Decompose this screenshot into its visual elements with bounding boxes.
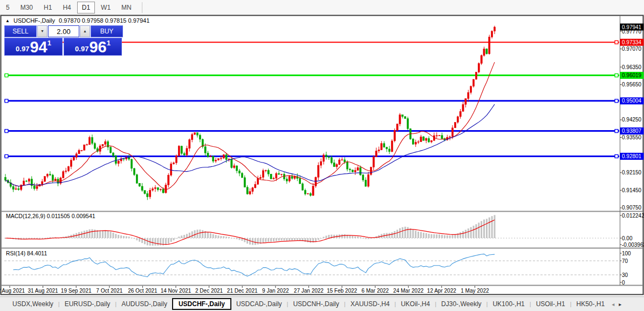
tab-hk50-h1[interactable]: HK50-,H1 (572, 299, 610, 309)
trading-terminal: 5M30H1H4D1W1MN 0.977700.970700.963500.95… (0, 0, 644, 311)
svg-text:12 Aug 2021: 12 Aug 2021 (0, 288, 25, 294)
tab-eurusd-daily[interactable]: EURUSD-,Daily (60, 299, 115, 309)
sell-price-display[interactable]: 0.97 94 1 (4, 38, 63, 56)
tab-xauusd-h4[interactable]: XAUUSD-,H4 (346, 299, 395, 309)
tab-uk100-h1[interactable]: UK100-,H1 (488, 299, 529, 309)
timeframe-button-d1[interactable]: D1 (77, 2, 95, 13)
svg-text:26 Oct 2021: 26 Oct 2021 (128, 288, 157, 294)
spin-up-icon: ▲ (83, 29, 87, 33)
buy-price-display[interactable]: 0.97 96 1 (64, 38, 122, 56)
svg-text:0.97334: 0.97334 (622, 39, 642, 45)
svg-text:2 Dec 2021: 2 Dec 2021 (195, 288, 223, 294)
svg-text:0.00: 0.00 (622, 235, 633, 241)
svg-text:12 Apr 2022: 12 Apr 2022 (427, 288, 456, 294)
timeframe-toolbar: 5M30H1H4D1W1MN (0, 0, 644, 15)
timeframe-button-w1[interactable]: W1 (96, 2, 115, 13)
svg-text:6 Mar 2022: 6 Mar 2022 (361, 288, 389, 294)
tab-usdcnh-daily[interactable]: USDCNH-,Daily (288, 299, 344, 309)
svg-text:RSI(14) 84.4011: RSI(14) 84.4011 (6, 250, 47, 256)
svg-text:-0.003963: -0.003963 (622, 242, 644, 248)
chart-tab-bar: USDX,Weekly|EURUSD-,Daily|AUDUSD-,DailyU… (0, 296, 644, 311)
sell-price-pip: 1 (47, 39, 51, 47)
buy-price-pip: 1 (107, 39, 111, 47)
tab-usdcad-daily[interactable]: USDCAD-,Daily (231, 299, 287, 309)
svg-text:1 May 2022: 1 May 2022 (461, 288, 489, 294)
chart-window: 0.977700.970700.963500.956500.949500.942… (0, 15, 644, 296)
svg-text:0.97070: 0.97070 (622, 46, 642, 52)
sell-price-small: 0.97 (16, 45, 29, 53)
volume-input[interactable] (48, 25, 79, 37)
chart-canvas[interactable]: 0.977700.970700.963500.956500.949500.942… (0, 15, 644, 296)
svg-text:15 Feb 2022: 15 Feb 2022 (327, 288, 358, 294)
svg-text:0.91450: 0.91450 (622, 187, 642, 193)
symbol-label: USDCHF-,Daily (13, 17, 55, 24)
svg-text:0.97941: 0.97941 (622, 24, 642, 30)
sell-button[interactable]: SELL (4, 25, 37, 37)
buy-button[interactable]: BUY (91, 25, 123, 37)
tab-scroll-right-icon[interactable]: ▸ (616, 301, 624, 307)
tab-audusd-daily[interactable]: AUDUSD-,Daily (117, 299, 172, 309)
tab-ukoil-h4[interactable]: UKOil-,H4 (396, 299, 435, 309)
svg-text:30: 30 (622, 272, 628, 278)
spin-down-icon: ▼ (40, 29, 44, 33)
timeframe-button-h1[interactable]: H1 (39, 2, 57, 13)
tab-usdx-weekly[interactable]: USDX,Weekly (8, 299, 58, 309)
svg-text:0.94250: 0.94250 (622, 117, 642, 123)
svg-text:21 Dec 2021: 21 Dec 2021 (227, 288, 258, 294)
tab-scroll-left-icon[interactable]: ◂ (609, 301, 616, 307)
one-click-trading-panel: SELL ▼ ▲ BUY 0.97 94 1 0.97 96 (4, 25, 123, 56)
svg-text:0.012242: 0.012242 (622, 213, 644, 219)
svg-text:14 Nov 2021: 14 Nov 2021 (161, 288, 191, 294)
svg-text:7 Oct 2021: 7 Oct 2021 (96, 288, 122, 294)
chart-title: ▲ USDCHF-,Daily 0.97870 0.97958 0.97815 … (5, 17, 152, 24)
volume-increase-button[interactable]: ▲ (80, 25, 90, 37)
svg-text:0.92150: 0.92150 (622, 170, 642, 175)
svg-text:0.93550: 0.93550 (622, 134, 642, 140)
sell-price-big: 94 (30, 40, 47, 54)
svg-text:0.92801: 0.92801 (622, 153, 642, 159)
svg-text:19 Sep 2021: 19 Sep 2021 (61, 288, 92, 294)
svg-text:0.96019: 0.96019 (622, 72, 642, 78)
svg-text:0.95004: 0.95004 (622, 98, 642, 104)
tab-dj30-weekly[interactable]: DJ30-,Weekly (436, 299, 486, 309)
timeframe-button-h4[interactable]: H4 (58, 2, 76, 13)
svg-text:9 Jan 2022: 9 Jan 2022 (262, 288, 289, 294)
tab-usoil-h1[interactable]: USOil-,H1 (531, 299, 570, 309)
collapse-arrow-icon: ▲ (5, 18, 10, 23)
toolbar-separator (142, 2, 142, 13)
buy-price-small: 0.97 (75, 45, 88, 53)
svg-text:0: 0 (622, 280, 625, 286)
timeframe-button-mn[interactable]: MN (117, 2, 136, 13)
tab-usdchf-daily[interactable]: USDCHF-,Daily (172, 298, 231, 310)
timeframe-button-5[interactable]: 5 (1, 2, 15, 13)
timeframe-button-m30[interactable]: M30 (16, 2, 38, 13)
svg-text:31 Aug 2021: 31 Aug 2021 (28, 288, 59, 294)
svg-text:70: 70 (622, 258, 628, 264)
svg-text:MACD(12,26,9) 0.011505 0.00954: MACD(12,26,9) 0.011505 0.009541 (6, 213, 95, 219)
svg-text:24 Mar 2022: 24 Mar 2022 (393, 288, 424, 294)
svg-text:0.90750: 0.90750 (622, 205, 642, 211)
svg-text:0.95650: 0.95650 (622, 82, 642, 87)
volume-decrease-button[interactable]: ▼ (37, 25, 47, 37)
svg-text:0.96350: 0.96350 (622, 64, 642, 70)
svg-text:0.93807: 0.93807 (622, 128, 642, 134)
ohlc-values: 0.97870 0.97958 0.97815 0.97941 (59, 17, 149, 24)
svg-text:27 Jan 2022: 27 Jan 2022 (294, 288, 324, 294)
svg-text:100: 100 (622, 251, 631, 256)
buy-price-big: 96 (89, 40, 106, 54)
